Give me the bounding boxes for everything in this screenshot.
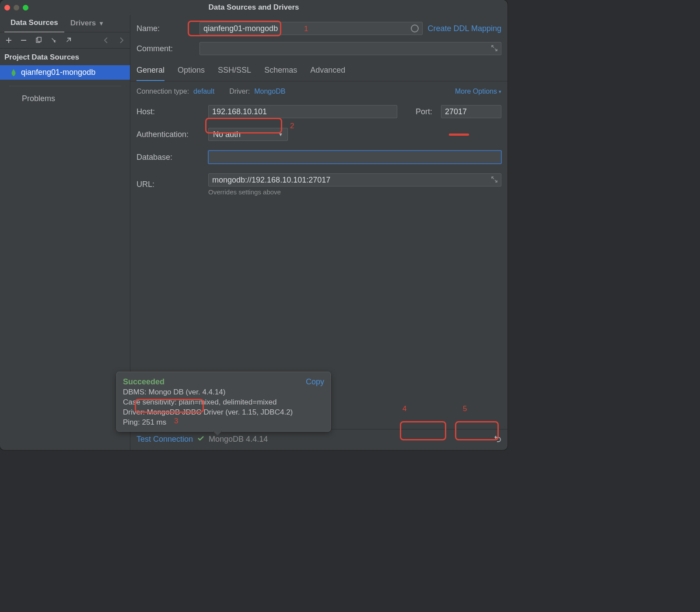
name-label: Name: — [136, 24, 194, 33]
more-options-link[interactable]: More Options ▾ — [455, 88, 501, 95]
sidebar: Data Sources Drivers ▾ — [0, 15, 130, 450]
window-title: Data Sources and Drivers — [0, 3, 508, 12]
wrench-icon[interactable] — [50, 37, 57, 44]
data-source-item[interactable]: qianfeng01-mongodb — [0, 65, 130, 80]
undo-icon[interactable] — [493, 434, 501, 445]
host-input[interactable]: 192.168.10.101 — [208, 105, 397, 118]
authentication-select[interactable]: No auth ▼ — [208, 128, 288, 141]
external-link-icon[interactable] — [65, 37, 72, 44]
url-input-text: mongodb://192.168.10.101:27017 — [212, 176, 330, 185]
db-version: MongoDB 4.4.14 — [209, 435, 268, 444]
expand-icon[interactable] — [491, 44, 497, 53]
comment-label: Comment: — [136, 44, 194, 53]
copy-link[interactable]: Copy — [306, 377, 324, 387]
data-source-label: qianfeng01-mongodb — [21, 68, 95, 77]
driver-link[interactable]: MongoDB — [254, 88, 285, 95]
tab-options[interactable]: Options — [178, 66, 205, 81]
sidebar-tabs: Data Sources Drivers ▾ — [0, 15, 130, 32]
name-input[interactable]: qianfeng01-mongodb — [200, 22, 423, 35]
comment-input[interactable] — [200, 42, 501, 55]
tab-drivers-label: Drivers — [70, 19, 96, 27]
authentication-label: Authentication: — [136, 130, 203, 139]
chevron-down-icon: ▾ — [100, 20, 103, 27]
port-input[interactable]: 27017 — [441, 105, 501, 118]
remove-icon[interactable] — [20, 37, 27, 44]
host-label: Host: — [136, 107, 203, 116]
tooltip-line: Ping: 251 ms — [123, 418, 325, 427]
tooltip-line: Driver: MongoDB JDBC Driver (ver. 1.15, … — [123, 408, 325, 417]
chevron-down-icon: ▼ — [278, 132, 283, 137]
separator — [9, 86, 121, 86]
tooltip-title: Succeeded — [123, 377, 325, 387]
tab-ssh-ssl[interactable]: SSH/SSL — [218, 66, 251, 81]
mongodb-icon — [10, 69, 17, 77]
main-tabs: General Options SSH/SSL Schemas Advanced — [130, 62, 508, 81]
svg-rect-1 — [38, 37, 41, 42]
add-icon[interactable] — [5, 37, 12, 44]
url-hint: Overrides settings above — [208, 188, 501, 196]
connection-type-value[interactable]: default — [193, 88, 214, 95]
tab-advanced[interactable]: Advanced — [310, 66, 345, 81]
name-input-text: qianfeng01-mongodb — [203, 24, 278, 33]
tab-general[interactable]: General — [136, 66, 164, 81]
tooltip-line: DBMS: Mongo DB (ver. 4.4.14) — [123, 388, 325, 397]
tooltip-line: Case sensitivity: plain=mixed, delimited… — [123, 398, 325, 407]
section-project-data-sources: Project Data Sources — [0, 49, 130, 65]
sidebar-toolbar — [0, 32, 130, 49]
back-icon[interactable] — [103, 37, 110, 44]
more-options-label: More Options — [455, 88, 497, 95]
copy-icon[interactable] — [35, 37, 42, 44]
titlebar: Data Sources and Drivers — [0, 0, 508, 15]
connection-type-label: Connection type: — [136, 88, 189, 95]
port-label: Port: — [416, 107, 436, 116]
check-icon — [197, 435, 204, 444]
test-connection-link[interactable]: Test Connection — [136, 435, 193, 444]
database-label: Database: — [136, 153, 203, 162]
url-input[interactable]: mongodb://192.168.10.101:27017 — [208, 173, 501, 186]
main-footer: Test Connection MongoDB 4.4.14 Succeeded… — [130, 429, 508, 450]
dialog-window: Data Sources and Drivers Data Sources Dr… — [0, 0, 508, 450]
tab-drivers[interactable]: Drivers ▾ — [64, 15, 109, 32]
driver-label: Driver: — [229, 88, 250, 95]
main-panel: Name: qianfeng01-mongodb Create DDL Mapp… — [130, 15, 508, 450]
authentication-value: No auth — [213, 130, 241, 139]
host-input-text: 192.168.10.101 — [212, 107, 267, 116]
url-label: URL: — [136, 180, 203, 189]
database-input[interactable] — [208, 151, 501, 164]
chevron-down-icon: ▾ — [499, 89, 501, 95]
tab-data-sources[interactable]: Data Sources — [4, 15, 64, 32]
port-input-text: 27017 — [445, 107, 467, 116]
expand-icon[interactable] — [491, 176, 497, 185]
problems-item[interactable]: Problems — [0, 91, 130, 107]
color-circle-icon[interactable] — [411, 25, 419, 32]
tab-schemas[interactable]: Schemas — [264, 66, 297, 81]
connection-subheader: Connection type: default Driver: MongoDB… — [130, 81, 508, 98]
create-ddl-mapping-link[interactable]: Create DDL Mapping — [428, 24, 501, 33]
forward-icon[interactable] — [118, 37, 125, 44]
connection-result-tooltip: Succeeded Copy DBMS: Mongo DB (ver. 4.4.… — [116, 372, 331, 432]
